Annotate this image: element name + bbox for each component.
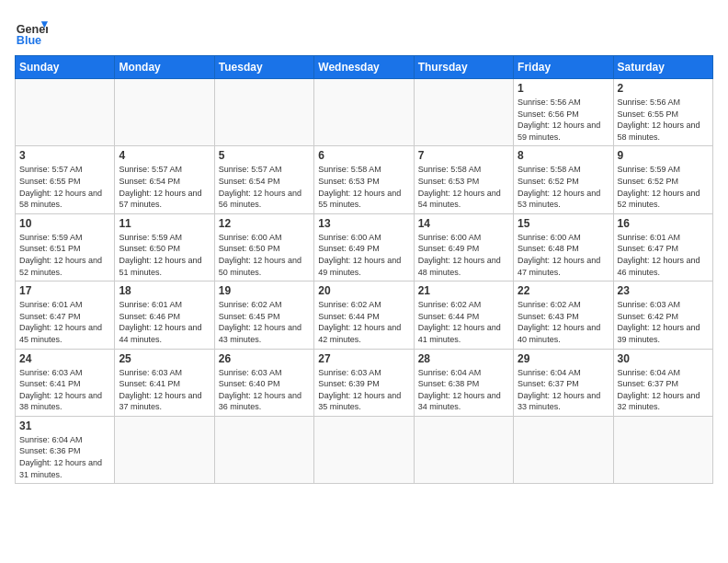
calendar-cell: 8Sunrise: 5:58 AM Sunset: 6:52 PM Daylig… bbox=[514, 146, 613, 213]
day-info: Sunrise: 6:04 AM Sunset: 6:37 PM Dayligh… bbox=[518, 367, 609, 413]
calendar-cell bbox=[115, 416, 214, 483]
calendar-week-4: 17Sunrise: 6:01 AM Sunset: 6:47 PM Dayli… bbox=[16, 282, 713, 349]
day-info: Sunrise: 6:03 AM Sunset: 6:42 PM Dayligh… bbox=[618, 299, 709, 345]
calendar-cell: 2Sunrise: 5:56 AM Sunset: 6:55 PM Daylig… bbox=[613, 79, 712, 146]
day-info: Sunrise: 6:01 AM Sunset: 6:47 PM Dayligh… bbox=[618, 232, 709, 278]
day-info: Sunrise: 5:57 AM Sunset: 6:54 PM Dayligh… bbox=[119, 164, 210, 210]
day-info: Sunrise: 6:02 AM Sunset: 6:45 PM Dayligh… bbox=[219, 299, 310, 345]
calendar-cell: 12Sunrise: 6:00 AM Sunset: 6:50 PM Dayli… bbox=[214, 213, 313, 281]
calendar-cell: 9Sunrise: 5:59 AM Sunset: 6:52 PM Daylig… bbox=[613, 146, 712, 213]
day-info: Sunrise: 6:02 AM Sunset: 6:44 PM Dayligh… bbox=[318, 299, 409, 345]
day-number: 4 bbox=[119, 149, 210, 162]
day-info: Sunrise: 6:04 AM Sunset: 6:37 PM Dayligh… bbox=[618, 367, 709, 413]
day-number: 15 bbox=[518, 217, 609, 230]
day-info: Sunrise: 6:00 AM Sunset: 6:50 PM Dayligh… bbox=[219, 232, 310, 278]
day-info: Sunrise: 5:59 AM Sunset: 6:50 PM Dayligh… bbox=[119, 232, 210, 278]
day-number: 25 bbox=[119, 352, 210, 365]
day-info: Sunrise: 6:00 AM Sunset: 6:49 PM Dayligh… bbox=[318, 232, 409, 278]
day-info: Sunrise: 6:00 AM Sunset: 6:48 PM Dayligh… bbox=[518, 232, 609, 278]
weekday-header-tuesday: Tuesday bbox=[214, 56, 313, 79]
svg-text:Blue: Blue bbox=[17, 34, 41, 47]
day-info: Sunrise: 5:56 AM Sunset: 6:55 PM Dayligh… bbox=[618, 97, 709, 143]
day-info: Sunrise: 6:02 AM Sunset: 6:44 PM Dayligh… bbox=[418, 299, 509, 345]
calendar-cell bbox=[514, 416, 613, 483]
calendar-cell: 29Sunrise: 6:04 AM Sunset: 6:37 PM Dayli… bbox=[514, 349, 613, 416]
calendar-cell bbox=[314, 416, 414, 483]
calendar-cell: 6Sunrise: 5:58 AM Sunset: 6:53 PM Daylig… bbox=[314, 146, 414, 213]
day-info: Sunrise: 6:01 AM Sunset: 6:47 PM Dayligh… bbox=[19, 299, 110, 345]
day-number: 5 bbox=[219, 149, 310, 162]
header: General Blue bbox=[15, 15, 713, 48]
page: General Blue SundayMondayTuesdayWednesda… bbox=[0, 0, 728, 563]
day-number: 7 bbox=[418, 149, 509, 162]
day-number: 31 bbox=[19, 419, 110, 432]
day-number: 22 bbox=[518, 284, 609, 297]
day-number: 23 bbox=[618, 284, 709, 297]
day-number: 11 bbox=[119, 217, 210, 230]
day-info: Sunrise: 5:59 AM Sunset: 6:52 PM Dayligh… bbox=[618, 164, 709, 210]
day-info: Sunrise: 5:57 AM Sunset: 6:55 PM Dayligh… bbox=[19, 164, 110, 210]
day-number: 20 bbox=[318, 284, 409, 297]
day-number: 17 bbox=[19, 284, 110, 297]
day-info: Sunrise: 6:01 AM Sunset: 6:46 PM Dayligh… bbox=[119, 299, 210, 345]
weekday-header-sunday: Sunday bbox=[16, 56, 115, 79]
day-number: 1 bbox=[518, 82, 609, 95]
calendar-cell: 22Sunrise: 6:02 AM Sunset: 6:43 PM Dayli… bbox=[514, 282, 613, 349]
calendar-cell: 16Sunrise: 6:01 AM Sunset: 6:47 PM Dayli… bbox=[613, 213, 712, 281]
calendar-cell: 11Sunrise: 5:59 AM Sunset: 6:50 PM Dayli… bbox=[115, 213, 214, 281]
day-info: Sunrise: 6:04 AM Sunset: 6:38 PM Dayligh… bbox=[418, 367, 509, 413]
calendar-cell: 14Sunrise: 6:00 AM Sunset: 6:49 PM Dayli… bbox=[414, 213, 513, 281]
calendar-cell: 30Sunrise: 6:04 AM Sunset: 6:37 PM Dayli… bbox=[613, 349, 712, 416]
day-number: 9 bbox=[618, 149, 709, 162]
calendar-cell bbox=[414, 416, 513, 483]
calendar-cell: 28Sunrise: 6:04 AM Sunset: 6:38 PM Dayli… bbox=[414, 349, 513, 416]
calendar-week-2: 3Sunrise: 5:57 AM Sunset: 6:55 PM Daylig… bbox=[16, 146, 713, 213]
calendar-cell bbox=[613, 416, 712, 483]
calendar-cell: 27Sunrise: 6:03 AM Sunset: 6:39 PM Dayli… bbox=[314, 349, 414, 416]
day-number: 30 bbox=[618, 352, 709, 365]
logo: General Blue bbox=[15, 15, 48, 48]
calendar-cell bbox=[314, 79, 414, 146]
calendar-week-1: 1Sunrise: 5:56 AM Sunset: 6:56 PM Daylig… bbox=[16, 79, 713, 146]
day-number: 6 bbox=[318, 149, 409, 162]
day-number: 8 bbox=[518, 149, 609, 162]
day-info: Sunrise: 6:03 AM Sunset: 6:40 PM Dayligh… bbox=[219, 367, 310, 413]
day-number: 21 bbox=[418, 284, 509, 297]
day-info: Sunrise: 5:56 AM Sunset: 6:56 PM Dayligh… bbox=[518, 97, 609, 143]
day-info: Sunrise: 5:57 AM Sunset: 6:54 PM Dayligh… bbox=[219, 164, 310, 210]
day-number: 29 bbox=[518, 352, 609, 365]
day-number: 28 bbox=[418, 352, 509, 365]
weekday-header-saturday: Saturday bbox=[613, 56, 712, 79]
day-number: 18 bbox=[119, 284, 210, 297]
calendar-cell: 25Sunrise: 6:03 AM Sunset: 6:41 PM Dayli… bbox=[115, 349, 214, 416]
day-info: Sunrise: 6:03 AM Sunset: 6:39 PM Dayligh… bbox=[318, 367, 409, 413]
day-info: Sunrise: 6:03 AM Sunset: 6:41 PM Dayligh… bbox=[19, 367, 110, 413]
calendar-cell: 23Sunrise: 6:03 AM Sunset: 6:42 PM Dayli… bbox=[613, 282, 712, 349]
calendar-cell bbox=[414, 79, 513, 146]
calendar-cell: 1Sunrise: 5:56 AM Sunset: 6:56 PM Daylig… bbox=[514, 79, 613, 146]
calendar-cell: 19Sunrise: 6:02 AM Sunset: 6:45 PM Dayli… bbox=[214, 282, 313, 349]
day-number: 13 bbox=[318, 217, 409, 230]
calendar-cell: 7Sunrise: 5:58 AM Sunset: 6:53 PM Daylig… bbox=[414, 146, 513, 213]
generalblue-logo-icon: General Blue bbox=[15, 15, 48, 48]
calendar-cell: 4Sunrise: 5:57 AM Sunset: 6:54 PM Daylig… bbox=[115, 146, 214, 213]
calendar-cell: 5Sunrise: 5:57 AM Sunset: 6:54 PM Daylig… bbox=[214, 146, 313, 213]
day-number: 14 bbox=[418, 217, 509, 230]
calendar-cell bbox=[214, 79, 313, 146]
weekday-header-row: SundayMondayTuesdayWednesdayThursdayFrid… bbox=[16, 56, 713, 79]
calendar-cell: 31Sunrise: 6:04 AM Sunset: 6:36 PM Dayli… bbox=[16, 416, 115, 483]
calendar-cell: 21Sunrise: 6:02 AM Sunset: 6:44 PM Dayli… bbox=[414, 282, 513, 349]
weekday-header-friday: Friday bbox=[514, 56, 613, 79]
calendar-week-5: 24Sunrise: 6:03 AM Sunset: 6:41 PM Dayli… bbox=[16, 349, 713, 416]
calendar-cell bbox=[214, 416, 313, 483]
day-info: Sunrise: 5:59 AM Sunset: 6:51 PM Dayligh… bbox=[19, 232, 110, 278]
day-number: 3 bbox=[19, 149, 110, 162]
day-number: 2 bbox=[618, 82, 709, 95]
calendar-cell: 26Sunrise: 6:03 AM Sunset: 6:40 PM Dayli… bbox=[214, 349, 313, 416]
day-info: Sunrise: 6:04 AM Sunset: 6:36 PM Dayligh… bbox=[19, 434, 110, 480]
calendar-week-3: 10Sunrise: 5:59 AM Sunset: 6:51 PM Dayli… bbox=[16, 213, 713, 281]
day-number: 27 bbox=[318, 352, 409, 365]
day-info: Sunrise: 6:03 AM Sunset: 6:41 PM Dayligh… bbox=[119, 367, 210, 413]
day-info: Sunrise: 5:58 AM Sunset: 6:52 PM Dayligh… bbox=[518, 164, 609, 210]
day-number: 24 bbox=[19, 352, 110, 365]
